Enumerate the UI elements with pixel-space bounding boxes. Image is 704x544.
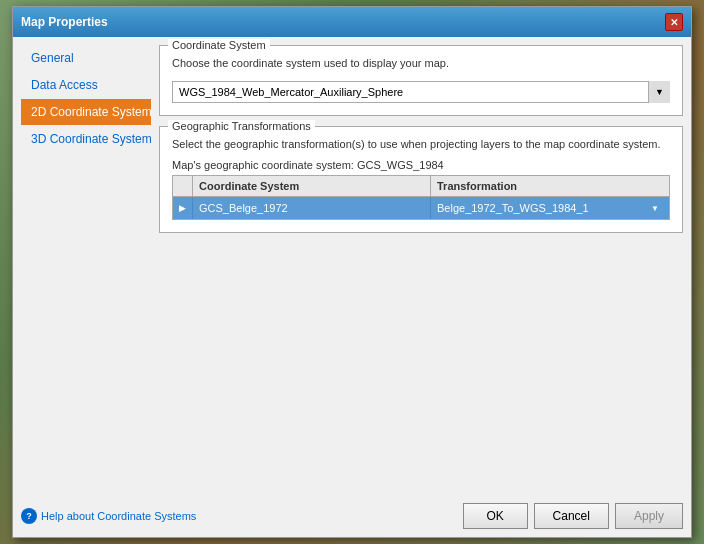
table-col-transformation: Transformation: [431, 176, 669, 196]
help-icon: ?: [21, 508, 37, 524]
sidebar: General Data Access 2D Coordinate System…: [21, 45, 151, 489]
geo-trans-legend: Geographic Transformations: [168, 120, 315, 132]
help-link[interactable]: ? Help about Coordinate Systems: [21, 508, 196, 524]
geo-trans-desc: Select the geographic transformation(s) …: [172, 137, 670, 152]
table-cell-coordinate-system: GCS_Belge_1972: [193, 197, 431, 219]
buttons-row: OK Cancel Apply: [463, 503, 683, 529]
table-cell-transformation: Belge_1972_To_WGS_1984_1 ▼: [431, 197, 669, 219]
sidebar-item-2d-coordinate[interactable]: 2D Coordinate System: [21, 99, 151, 125]
transformation-select[interactable]: Belge_1972_To_WGS_1984_1: [437, 202, 663, 214]
footer: ? Help about Coordinate Systems OK Cance…: [13, 497, 691, 537]
transformation-dropdown-wrapper: Belge_1972_To_WGS_1984_1 ▼: [437, 202, 663, 214]
help-label: Help about Coordinate Systems: [41, 510, 196, 522]
sidebar-item-3d-coordinate[interactable]: 3D Coordinate System: [21, 126, 151, 152]
coordinate-system-desc: Choose the coordinate system used to dis…: [172, 56, 670, 71]
title-bar: Map Properties ✕: [13, 7, 691, 37]
table-col-arrow: [173, 176, 193, 196]
cancel-button[interactable]: Cancel: [534, 503, 609, 529]
coordinate-system-select[interactable]: WGS_1984_Web_Mercator_Auxiliary_Sphere: [172, 81, 670, 103]
transformations-table: Coordinate System Transformation ▶ GCS_B…: [172, 175, 670, 220]
geographic-transformations-section: Geographic Transformations Select the ge…: [159, 126, 683, 232]
sidebar-item-data-access[interactable]: Data Access: [21, 72, 151, 98]
table-col-coordinate-system: Coordinate System: [193, 176, 431, 196]
map-properties-dialog: Map Properties ✕ General Data Access 2D …: [12, 6, 692, 538]
close-button[interactable]: ✕: [665, 13, 683, 31]
coordinate-system-legend: Coordinate System: [168, 39, 270, 51]
map-coord-system-label: Map's geographic coordinate system: GCS_…: [172, 159, 670, 171]
main-content: Coordinate System Choose the coordinate …: [159, 45, 683, 489]
table-cell-arrow: ▶: [173, 197, 193, 219]
apply-button[interactable]: Apply: [615, 503, 683, 529]
table-header: Coordinate System Transformation: [173, 176, 669, 197]
dialog-title: Map Properties: [21, 15, 108, 29]
ok-button[interactable]: OK: [463, 503, 528, 529]
table-row: ▶ GCS_Belge_1972 Belge_1972_To_WGS_1984_…: [173, 197, 669, 219]
coordinate-system-section: Coordinate System Choose the coordinate …: [159, 45, 683, 116]
dialog-body: General Data Access 2D Coordinate System…: [13, 37, 691, 497]
coordinate-system-dropdown-wrapper: WGS_1984_Web_Mercator_Auxiliary_Sphere ▼: [172, 81, 670, 103]
sidebar-item-general[interactable]: General: [21, 45, 151, 71]
